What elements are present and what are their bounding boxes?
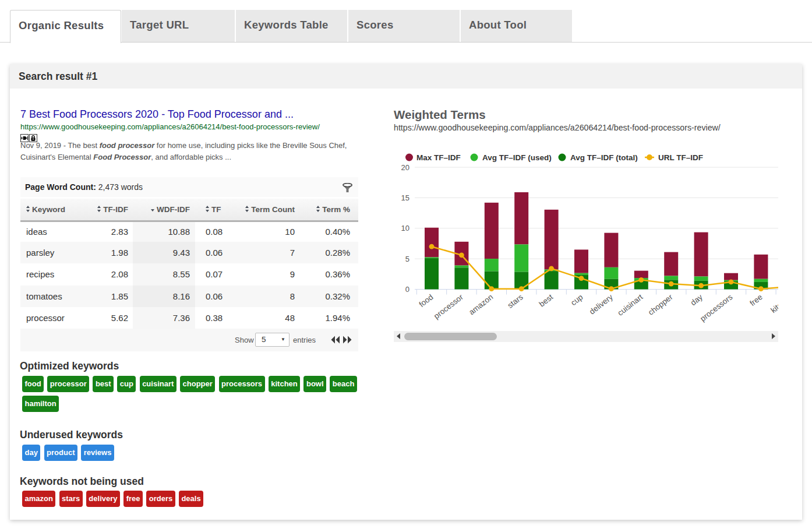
svg-text:amazon: amazon <box>467 293 495 316</box>
svg-text:URL TF–IDF: URL TF–IDF <box>658 153 703 162</box>
svg-text:0: 0 <box>405 285 409 294</box>
svg-text:chopper: chopper <box>647 293 675 317</box>
svg-text:kitchen: kitchen <box>769 293 778 315</box>
svg-text:Avg TF–IDF (used): Avg TF–IDF (used) <box>482 153 552 162</box>
svg-text:Avg TF–IDF (total): Avg TF–IDF (total) <box>570 153 638 162</box>
svg-text:15: 15 <box>401 193 409 202</box>
svg-text:free: free <box>748 293 764 308</box>
svg-text:10: 10 <box>401 224 409 232</box>
svg-text:cup: cup <box>569 293 584 307</box>
svg-text:day: day <box>689 293 705 307</box>
svg-text:delivery: delivery <box>588 293 615 316</box>
svg-text:stars: stars <box>506 293 524 310</box>
svg-text:20: 20 <box>401 163 409 172</box>
svg-text:best: best <box>538 293 555 309</box>
svg-text:cuisinart: cuisinart <box>616 293 644 318</box>
svg-text:Max TF–IDF: Max TF–IDF <box>416 153 461 162</box>
svg-text:5: 5 <box>405 255 409 263</box>
svg-text:processor: processor <box>432 293 465 321</box>
svg-text:food: food <box>418 293 435 309</box>
svg-text:processors: processors <box>698 293 734 323</box>
